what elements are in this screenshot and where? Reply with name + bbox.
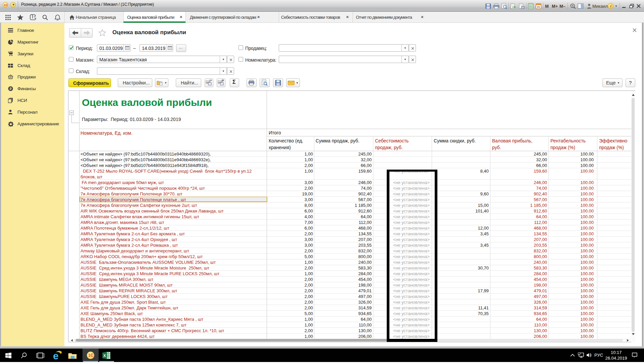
svg-text:31: 31 — [537, 5, 540, 8]
svg-text:₽: ₽ — [9, 87, 11, 90]
svg-text:e: e — [53, 351, 59, 361]
svg-text:X: X — [103, 354, 106, 358]
